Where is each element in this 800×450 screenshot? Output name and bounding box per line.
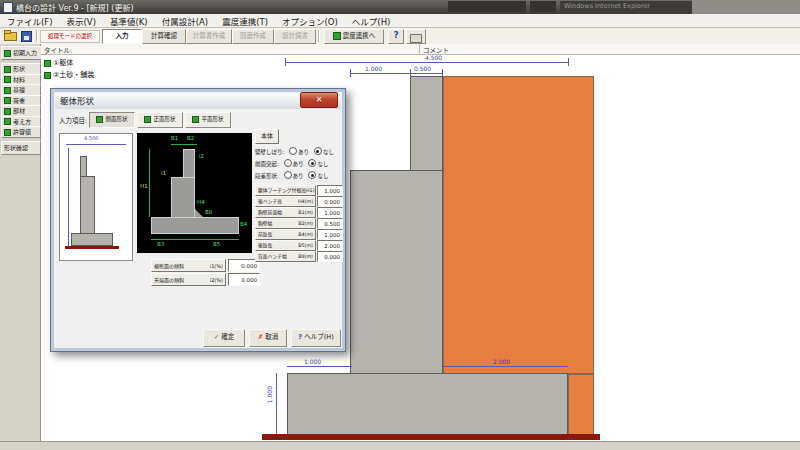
menu-bar: ファイル(F) 表示(V) 基準値(K) 付属設計(A) 震度連携(T) オプシ… xyxy=(0,14,800,28)
param-value-field[interactable]: 1.000 xyxy=(317,185,343,196)
param-value-field[interactable]: 0.000 xyxy=(317,251,343,262)
help-button[interactable]: ? xyxy=(388,29,404,44)
green-square-icon xyxy=(4,108,11,115)
radio-no[interactable] xyxy=(308,171,316,179)
thumb-footing xyxy=(71,233,113,246)
green-square-icon xyxy=(4,87,11,94)
menu-view[interactable]: 表示(V) xyxy=(60,15,103,27)
option-label: 前面突起: xyxy=(255,161,279,167)
diagram-label-b1: B1 xyxy=(171,135,178,141)
background-window-fragment xyxy=(448,1,526,12)
window-title: 橋台の設計 Ver.9 - [新規] (更新) xyxy=(16,2,134,13)
sidebar: 初期入力 形状 材料 基礎 荷重 部材 考え方 許容値 形状確認 xyxy=(0,44,41,442)
save-file-icon[interactable] xyxy=(21,31,32,42)
slope-label: 横断面の傾斜i1(%) xyxy=(151,259,226,272)
background-window-fragment xyxy=(692,0,800,14)
dim-toe-length: 1.000 xyxy=(304,358,321,365)
background-window-fragment xyxy=(530,1,556,12)
dim-seat-width: 1.000 xyxy=(365,65,382,72)
title-field-label: タイトル: xyxy=(44,45,72,55)
application-window: 橋台の設計 Ver.9 - [新規] (更新) Windows Internet… xyxy=(0,0,800,450)
diagram-wall xyxy=(171,177,195,218)
dimension-line-total xyxy=(285,62,568,63)
mail-button[interactable] xyxy=(406,29,426,44)
sidebar-shape-confirm-button[interactable]: 形状確認 xyxy=(1,141,41,155)
canvas-header: タイトル: コメント xyxy=(41,44,800,55)
design-record-button: 設計調書 xyxy=(274,29,316,44)
sidebar-initial-input-button[interactable]: 初期入力 xyxy=(1,46,43,60)
header-divider xyxy=(419,44,420,54)
menu-attached-design[interactable]: 付属設計(A) xyxy=(155,15,215,27)
diagram-label-b4: B4 xyxy=(240,221,247,227)
side-shape-button[interactable]: 側面形状 xyxy=(89,112,135,128)
menu-file[interactable]: ファイル(F) xyxy=(0,15,60,27)
diagram-label-b2: B2 xyxy=(187,135,194,141)
report-create-button: 計算書作成 xyxy=(186,29,232,44)
param-label: 胸壁幅B2(m) xyxy=(255,218,316,229)
menu-standard-values[interactable]: 基準値(K) xyxy=(103,15,155,27)
ok-button[interactable]: 確定 xyxy=(203,329,245,347)
tree-item-soil[interactable]: ②土砂・舗装 xyxy=(44,69,94,79)
diagram-label-b3: B3 xyxy=(157,241,164,247)
dimension-line-heel xyxy=(443,366,568,367)
radio-yes[interactable] xyxy=(284,171,292,179)
close-icon[interactable]: ✕ xyxy=(300,92,338,108)
menu-seismic-link[interactable]: 震度連携(T) xyxy=(215,15,275,27)
diagram-label-h4: H4 xyxy=(197,199,205,205)
input-mode-button[interactable]: 入力 xyxy=(102,29,142,44)
seismic-link-button[interactable]: 震度連携へ xyxy=(324,29,384,44)
app-icon xyxy=(3,2,13,13)
dialog-help-button[interactable]: ヘルプ(H) xyxy=(291,329,341,347)
green-square-icon xyxy=(4,129,11,136)
dim-parapet-width: 0.500 xyxy=(414,65,431,72)
plan-shape-button[interactable]: 平面形状 xyxy=(185,112,231,128)
sidebar-item-allowable[interactable]: 許容値 xyxy=(1,126,41,138)
open-file-icon[interactable] xyxy=(4,32,17,41)
body-shape-dialog: 躯体形状 ✕ 入力項目: 側面形状 正面形状 平面形状 4.500 B1 B2 xyxy=(50,88,346,352)
param-value-field[interactable]: 0.500 xyxy=(317,218,343,229)
diagram-dim-line xyxy=(149,149,150,217)
radio-yes[interactable] xyxy=(284,159,292,167)
tree-item-body[interactable]: ①躯体 xyxy=(44,57,73,67)
question-icon: ? xyxy=(393,30,398,40)
option-row-taper: 竪壁しぼり: あり なし xyxy=(255,147,341,158)
dim-heel-length: 2.000 xyxy=(493,358,510,365)
diagram-label-i1: i1 xyxy=(161,170,166,176)
radio-no[interactable] xyxy=(308,159,316,167)
parapet-shape xyxy=(410,76,443,171)
param-value-field[interactable]: 2.000 xyxy=(317,240,343,251)
calc-check-button[interactable]: 計算確認 xyxy=(142,29,186,44)
param-label: 後ハンチ高H4(m) xyxy=(255,196,316,207)
param-value-field[interactable]: 1.000 xyxy=(317,229,343,240)
menu-help[interactable]: ヘルプ(H) xyxy=(345,15,398,27)
link-icon xyxy=(333,32,341,40)
toolbar-separator xyxy=(318,30,320,42)
tab-body[interactable]: 本体 xyxy=(255,129,279,144)
slope-value-field[interactable]: 0.000 xyxy=(228,273,260,286)
param-label: 胸壁前面幅B1(m) xyxy=(255,207,316,218)
param-value-field[interactable]: 1.000 xyxy=(317,207,343,218)
dimension-line-seat xyxy=(350,73,410,74)
radio-no[interactable] xyxy=(314,147,322,155)
ground-base-line xyxy=(262,434,600,440)
param-value-field[interactable]: 0.000 xyxy=(317,196,343,207)
green-square-icon xyxy=(4,76,11,83)
front-shape-button[interactable]: 正面形状 xyxy=(137,112,183,128)
diagram-footing xyxy=(151,217,239,234)
green-square-icon xyxy=(44,72,51,79)
dialog-title: 躯体形状 xyxy=(60,96,94,106)
green-square-icon xyxy=(4,97,11,104)
thumb-parapet xyxy=(80,156,87,178)
radio-yes[interactable] xyxy=(289,147,297,155)
diagram-dim-line xyxy=(171,144,197,145)
diagram-haunch xyxy=(195,209,203,217)
green-square-icon xyxy=(4,50,11,57)
diagram-label-h1: H1 xyxy=(140,183,148,189)
menu-options[interactable]: オプション(O) xyxy=(275,15,345,27)
diagram-dim-line xyxy=(151,239,239,240)
toolbar-separator xyxy=(36,30,38,42)
dimension-line-footing-height xyxy=(276,373,277,436)
param-label: 躯体フーチング付根高H1(m) xyxy=(255,185,316,196)
diagram-label-b8: B8 xyxy=(205,209,212,215)
cancel-button[interactable]: 取消 xyxy=(249,329,287,347)
